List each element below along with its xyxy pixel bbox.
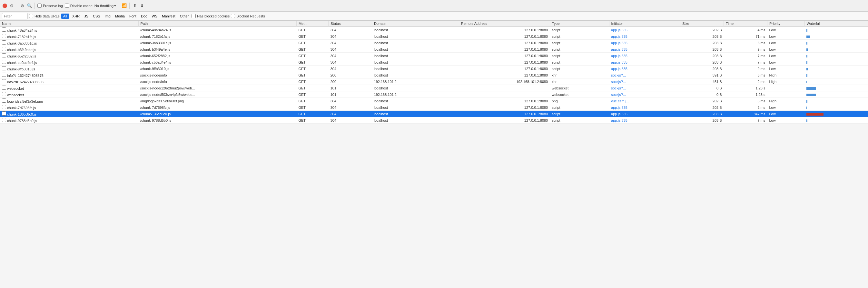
filter-all-button[interactable]: All [61,13,69,19]
blocked-cookies-input[interactable] [191,14,196,18]
filter-manifest-button[interactable]: Manifest [160,14,177,19]
initiator-cell[interactable]: sockjs?... [609,91,680,98]
col-header-waterfall[interactable]: Waterfall [804,21,868,27]
col-header-type[interactable]: Type [550,21,609,27]
table-row[interactable]: chunk-9788d5b0.js/chunk-9788d5b0.jsGET30… [0,117,868,124]
disable-cache-input[interactable] [65,4,69,8]
initiator-cell[interactable]: sockjs?... [609,85,680,91]
col-header-remote[interactable]: Remote Address [459,21,550,27]
preserve-log-input[interactable] [37,4,41,8]
filter-other-button[interactable]: Other [178,14,191,19]
table-row[interactable]: chunk-b3f49a4e.js/chunk-b3f49a4e.jsGET30… [0,46,868,53]
initiator-link[interactable]: app.js:835 [611,41,627,45]
blocked-requests-input[interactable] [231,14,235,18]
initiator-cell[interactable]: vue.esm.j... [609,98,680,104]
row-checkbox[interactable] [2,40,6,45]
row-checkbox[interactable] [2,111,6,116]
row-checkbox[interactable] [2,92,6,96]
initiator-cell[interactable]: app.js:835 [609,65,680,72]
row-checkbox[interactable] [2,86,6,90]
col-header-size[interactable]: Size [680,21,724,27]
initiator-cell[interactable]: sockjs?... [609,72,680,79]
blocked-requests-checkbox[interactable]: Blocked Requests [231,14,265,18]
hide-data-urls-input[interactable] [29,14,33,18]
initiator-cell[interactable]: app.js:835 [609,27,680,33]
row-checkbox[interactable] [2,118,6,122]
initiator-cell[interactable]: app.js:835 [609,104,680,111]
filter-xhr-button[interactable]: XHR [71,14,81,19]
row-checkbox[interactable] [2,53,6,57]
row-checkbox[interactable] [2,66,6,70]
initiator-link[interactable]: app.js:835 [611,54,627,58]
filter-icon[interactable]: ⊜ [20,3,25,8]
upload-icon[interactable]: ⬆ [132,3,137,8]
initiator-link[interactable]: sockjs?... [611,80,626,84]
row-checkbox[interactable] [2,60,6,64]
col-header-initiator[interactable]: Initiator [609,21,680,27]
initiator-cell[interactable]: app.js:835 [609,53,680,59]
initiator-link[interactable]: app.js:835 [611,106,627,110]
filter-input[interactable] [2,13,28,19]
table-row[interactable]: info?t=1624274808893/sockjs-node/infoGET… [0,79,868,85]
table-row[interactable]: chunk-48a84a24.js/chunk-48a84a24.jsGET30… [0,27,868,33]
initiator-link[interactable]: app.js:835 [611,60,627,64]
col-header-time[interactable]: Time [724,21,767,27]
download-icon[interactable]: ⬇ [139,3,145,8]
initiator-link[interactable]: app.js:835 [611,28,627,32]
record-button[interactable] [3,4,7,8]
blocked-cookies-checkbox[interactable]: Has blocked cookies [191,14,229,18]
initiator-cell[interactable]: app.js:835 [609,33,680,40]
initiator-cell[interactable]: app.js:835 [609,46,680,53]
filter-js-button[interactable]: JS [83,14,90,19]
clear-button[interactable]: ⊘ [9,3,14,8]
row-checkbox[interactable] [2,98,6,103]
table-row[interactable]: chunk-7d7698fc.js/chunk-7d7698fc.jsGET30… [0,104,868,111]
initiator-cell[interactable]: app.js:835 [609,111,680,117]
filter-font-button[interactable]: Font [128,14,138,19]
filter-media-button[interactable]: Media [114,14,126,19]
initiator-link[interactable]: vue.esm.j... [611,99,629,103]
table-row[interactable]: chunk-cb0ad4e4.js/chunk-cb0ad4e4.jsGET30… [0,59,868,65]
initiator-link[interactable]: app.js:835 [611,48,627,51]
table-row[interactable]: chunk-136cc8c0.js/chunk-136cc8c0.jsGET30… [0,111,868,117]
table-row[interactable]: chunk-7182b1fa.js/chunk-7182b1fa.jsGET30… [0,33,868,40]
disable-cache-checkbox[interactable]: Disable cache [65,4,93,8]
table-row[interactable]: chunk-3ab3301c.js/chunk-3ab3301c.jsGET30… [0,40,868,46]
initiator-link[interactable]: app.js:835 [611,118,627,122]
initiator-cell[interactable]: app.js:835 [609,40,680,46]
table-row[interactable]: logo-idss.5ef3a3ef.png/img/logo-idss.5ef… [0,98,868,104]
initiator-cell[interactable]: app.js:835 [609,117,680,124]
filter-ws-button[interactable]: WS [150,14,159,19]
hide-data-urls-checkbox[interactable]: Hide data URLs [29,14,60,18]
col-header-path[interactable]: Path [138,21,296,27]
table-row[interactable]: chunk-652f2882.js/chunk-652f2882.jsGET30… [0,53,868,59]
search-icon[interactable]: 🔍 [27,3,32,8]
table-row[interactable]: chunk-9ffb3010.js/chunk-9ffb3010.jsGET30… [0,65,868,72]
filter-css-button[interactable]: CSS [91,14,102,19]
table-row[interactable]: websocket/sockjs-node/126/2tmu2pow/web..… [0,85,868,91]
col-header-domain[interactable]: Domain [372,21,459,27]
initiator-cell[interactable]: sockjs?... [609,79,680,85]
row-checkbox[interactable] [2,79,6,83]
row-checkbox[interactable] [2,34,6,38]
row-checkbox[interactable] [2,73,6,77]
row-checkbox[interactable] [2,27,6,32]
row-checkbox[interactable] [2,105,6,109]
initiator-link[interactable]: app.js:835 [611,34,627,38]
initiator-link[interactable]: sockjs?... [611,86,626,90]
initiator-link[interactable]: sockjs?... [611,73,626,77]
row-checkbox[interactable] [2,47,6,51]
filter-img-button[interactable]: Img [103,14,112,19]
table-row[interactable]: websocket/sockjs-node/503/zn4pfc5w/webs.… [0,91,868,98]
col-header-name[interactable]: Name [0,21,138,27]
col-header-priority[interactable]: Priority [767,21,804,27]
throttle-dropdown[interactable]: No throttling ▾ [94,4,116,8]
col-header-method[interactable]: Met... [296,21,328,27]
col-header-status[interactable]: Status [329,21,372,27]
initiator-cell[interactable]: app.js:835 [609,59,680,65]
filter-doc-button[interactable]: Doc [139,14,149,19]
table-row[interactable]: info?t=1624274808875/sockjs-node/infoGET… [0,72,868,79]
initiator-link[interactable]: app.js:835 [611,112,627,116]
preserve-log-checkbox[interactable]: Preserve log [37,4,63,8]
initiator-link[interactable]: sockjs?... [611,93,626,96]
